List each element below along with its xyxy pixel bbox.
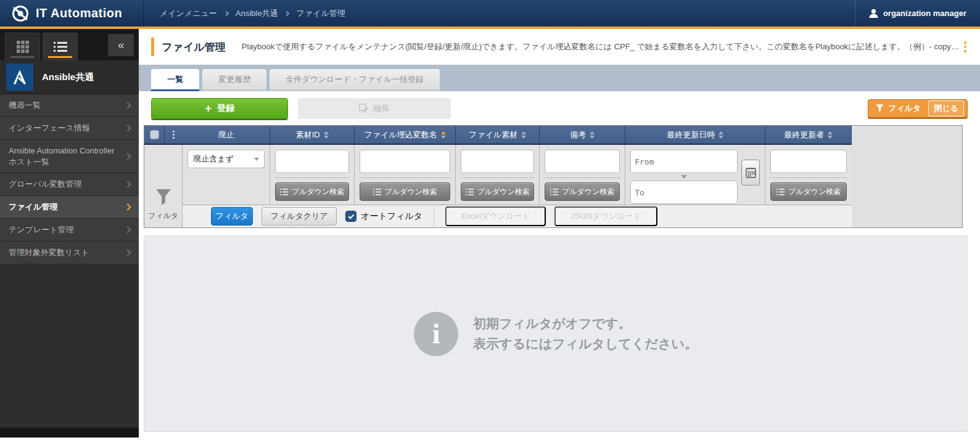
filter-icon — [876, 104, 884, 112]
sidebar-item-file-management[interactable]: ファイル管理 — [0, 196, 139, 219]
grid-icon — [16, 40, 30, 54]
date-from-input[interactable] — [630, 150, 738, 173]
chevron-right-icon — [125, 203, 131, 210]
chevron-right-icon — [125, 226, 131, 233]
calendar-button[interactable] — [741, 160, 760, 185]
filter-close-button[interactable]: 閉じる — [928, 100, 964, 116]
chevron-right-icon — [224, 11, 229, 16]
funnel-icon — [155, 189, 171, 206]
sidebar-filler — [0, 264, 139, 428]
divider — [434, 206, 434, 227]
column-menu-button[interactable] — [173, 131, 175, 139]
calendar-icon — [746, 167, 756, 178]
sidebar-tab-list[interactable] — [43, 33, 78, 60]
page-title: ファイル管理 — [162, 40, 226, 54]
sidebar-item-template-management[interactable]: テンプレート管理 — [0, 219, 139, 242]
sort-icon — [590, 131, 595, 139]
sidebar: « Ansible共通 機器一覧 インターフェース情報 Ansible Auto… — [0, 29, 139, 438]
updated-by-filter-input[interactable] — [770, 150, 847, 173]
sidebar-collapse-button[interactable]: « — [108, 34, 134, 56]
auto-filter-toggle[interactable]: オートフィルタ — [345, 211, 422, 222]
filter-table: フィルタ 廃止 素材ID ファイル埋込変数名 — [144, 125, 963, 228]
sidebar-item-device-list[interactable]: 機器一覧 — [0, 94, 139, 117]
sidebar-menu: 機器一覧 インターフェース情報 Ansible Automation Contr… — [0, 94, 139, 264]
sidebar-item-interface-info[interactable]: インターフェース情報 — [0, 117, 139, 140]
checkbox-checked-icon — [345, 211, 356, 222]
sidebar-item-unmanaged-vars[interactable]: 管理対象外変数リスト — [0, 242, 139, 264]
date-to-input[interactable] — [630, 181, 738, 204]
register-button[interactable]: + 登録 — [151, 98, 288, 119]
filter-input-row: 廃止含まず プルダウン検索 — [183, 145, 852, 205]
tab-list[interactable]: 一覧 — [151, 69, 199, 91]
double-chevron-left-icon: « — [118, 38, 125, 52]
material-id-filter-input[interactable] — [275, 150, 349, 173]
sidebar-footer — [0, 428, 139, 438]
page-header: ファイル管理 Playbookで使用するファイルをメンテナンス(閲覧/登録/更新… — [139, 29, 980, 65]
note-filter-input[interactable] — [545, 150, 620, 173]
sort-icon — [521, 131, 526, 139]
sort-icon — [324, 131, 329, 139]
tab-bulk-download[interactable]: 全件ダウンロード・ファイル一括登録 — [270, 69, 440, 91]
tab-underline — [10, 56, 35, 58]
info-icon: i — [414, 312, 458, 356]
table-corner-header — [144, 126, 183, 145]
user-icon — [869, 9, 878, 18]
filter-clear-button[interactable]: フィルタクリア — [261, 207, 337, 226]
sidebar-tab-grid[interactable] — [5, 33, 40, 60]
filter-toggle-button[interactable]: フィルタ 閉じる — [868, 99, 968, 118]
chevron-right-icon — [125, 124, 131, 131]
chevron-down-icon — [681, 175, 687, 179]
column-header-embed-var-name[interactable]: ファイル埋込変数名 — [355, 126, 456, 145]
tab-underline — [48, 56, 72, 58]
chevron-right-icon — [125, 102, 131, 108]
column-header-updated-by[interactable]: 最終更新者 — [765, 126, 852, 145]
list-icon — [550, 189, 558, 195]
pulldown-search-button[interactable]: プルダウン検索 — [545, 182, 620, 201]
column-header-last-updated[interactable]: 最終更新日時 — [625, 126, 765, 145]
sidebar-menu-title: Ansible共通 — [42, 71, 94, 83]
pulldown-search-button[interactable]: プルダウン検索 — [360, 182, 450, 201]
app-title: IT Automation — [36, 6, 122, 20]
filter-side-label: フィルタ — [148, 211, 178, 221]
list-icon — [776, 189, 784, 195]
filter-side-cell: フィルタ — [144, 145, 183, 227]
sidebar-item-global-vars[interactable]: グローバル変数管理 — [0, 173, 139, 196]
filter-action-row: フィルタ フィルタクリア オートフィルタ Excelダウンロード JSONダウン… — [183, 205, 852, 227]
column-header-discard[interactable]: 廃止 — [183, 126, 270, 145]
chevron-right-icon — [125, 153, 131, 160]
sort-asc-icon — [441, 131, 446, 139]
page-menu-button[interactable] — [959, 38, 971, 56]
breadcrumb-current[interactable]: ファイル管理 — [296, 8, 345, 19]
sort-icon — [719, 131, 723, 139]
pulldown-search-button[interactable]: プルダウン検索 — [461, 182, 534, 201]
table-filler — [852, 126, 962, 227]
title-accent-bar — [151, 38, 154, 56]
pulldown-search-button[interactable]: プルダウン検索 — [275, 182, 349, 201]
column-header-file-material[interactable]: ファイル素材 — [456, 126, 540, 145]
breadcrumb: メインメニュー Ansible共通 ファイル管理 — [144, 0, 855, 26]
app-logo[interactable]: IT Automation — [0, 0, 144, 26]
plus-icon: + — [205, 103, 212, 114]
chevron-right-icon — [284, 11, 289, 16]
empty-state: i 初期フィルタがオフです。 表示するにはフィルタしてください。 — [144, 235, 968, 432]
list-icon — [280, 189, 288, 195]
column-header-material-id[interactable]: 素材ID — [270, 126, 355, 145]
embed-var-name-filter-input[interactable] — [360, 150, 450, 173]
file-material-filter-input[interactable] — [461, 150, 534, 173]
pencil-icon — [359, 104, 368, 113]
tab-change-history[interactable]: 変更履歴 — [202, 69, 266, 91]
user-name: organization manager — [883, 9, 966, 18]
empty-state-message: 初期フィルタがオフです。 表示するにはフィルタしてください。 — [473, 314, 698, 354]
column-header-note[interactable]: 備考 — [540, 126, 625, 145]
chevron-right-icon — [125, 181, 131, 187]
discard-filter-select[interactable]: 廃止含まず — [187, 150, 265, 168]
filter-apply-button[interactable]: フィルタ — [211, 207, 253, 226]
select-all-checkbox[interactable] — [150, 130, 159, 139]
breadcrumb-main-menu[interactable]: メインメニュー — [160, 8, 217, 19]
sidebar-item-aac-host-list[interactable]: Ansible Automation Controller ホスト一覧 — [0, 140, 139, 173]
pulldown-search-button[interactable]: プルダウン検索 — [770, 182, 847, 201]
user-menu[interactable]: organization manager — [855, 0, 980, 26]
sidebar-menu-header: Ansible共通 — [0, 60, 139, 94]
breadcrumb-menu-group[interactable]: Ansible共通 — [236, 8, 278, 19]
app-header: IT Automation メインメニュー Ansible共通 ファイル管理 o… — [0, 0, 980, 29]
